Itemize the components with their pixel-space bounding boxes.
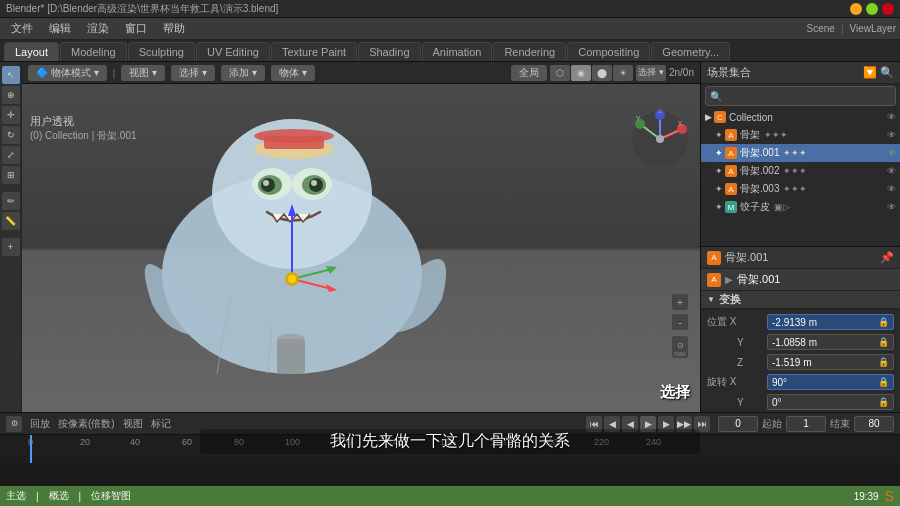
- start-frame-input[interactable]: 1: [786, 416, 826, 432]
- shading-solid[interactable]: ◉: [571, 65, 591, 81]
- outliner-item-armature-002[interactable]: ✦ A 骨架.002 ✦✦✦ 👁: [701, 162, 900, 180]
- tl-label-markers[interactable]: 标记: [151, 417, 171, 431]
- eye-icon-armature[interactable]: 👁: [887, 130, 896, 140]
- shading-wireframe[interactable]: ⬡: [550, 65, 570, 81]
- viewport-mode-btn[interactable]: 🔷 物体模式 ▾: [28, 65, 107, 81]
- tab-layout[interactable]: Layout: [4, 42, 59, 61]
- position-z-value[interactable]: -1.519 m 🔒: [767, 354, 894, 370]
- tl-label-view[interactable]: 视图: [123, 417, 143, 431]
- viewport[interactable]: 🔷 物体模式 ▾ | 视图 ▾ 选择 ▾ 添加 ▾ 物体 ▾ 全局 ⬡ ◉ ⬤ …: [22, 62, 700, 412]
- tab-compositing[interactable]: Compositing: [567, 42, 650, 61]
- position-y-value[interactable]: -1.0858 m 🔒: [767, 334, 894, 350]
- select-menu-btn[interactable]: 选择 ▾: [171, 65, 215, 81]
- position-x-value[interactable]: -2.9139 m 🔒: [767, 314, 894, 330]
- tool-move[interactable]: ✛: [2, 106, 20, 124]
- tool-annotate[interactable]: ✏: [2, 192, 20, 210]
- pin-icon[interactable]: 📌: [880, 251, 894, 264]
- outliner-item-armature-003[interactable]: ✦ A 骨架.003 ✦✦✦ 👁: [701, 180, 900, 198]
- armature-icon-2: A: [725, 147, 737, 159]
- rotation-x-value[interactable]: 90° 🔒: [767, 374, 894, 390]
- menu-render[interactable]: 渲染: [80, 19, 116, 38]
- search-placeholder: 🔍: [710, 91, 722, 102]
- add-menu-btn[interactable]: 添加 ▾: [221, 65, 265, 81]
- bone-icon-1: ✦✦✦: [764, 130, 788, 140]
- tool-rotate[interactable]: ↻: [2, 126, 20, 144]
- outliner-item-armature[interactable]: ✦ A 骨架 ✦✦✦ 👁: [701, 126, 900, 144]
- subtitle-overlay: 我们先来做一下这几个骨骼的关系: [200, 429, 700, 454]
- tl-controls-btn[interactable]: ⚙: [6, 416, 22, 432]
- tl-marker-20: 20: [80, 437, 90, 447]
- svg-point-5: [254, 129, 334, 143]
- menu-window[interactable]: 窗口: [118, 19, 154, 38]
- zoom-controls: + - ⊙ nav: [670, 292, 690, 362]
- nav-gizmo[interactable]: X Y Z: [630, 109, 690, 169]
- tool-cursor[interactable]: ⊕: [2, 86, 20, 104]
- status-bar: 主选 | 概选 | 位移智图 19:39 S: [0, 486, 900, 506]
- outliner-item-mesh[interactable]: ✦ M 饺子皮 ▣▷ 👁: [701, 198, 900, 216]
- tool-transform[interactable]: ⊞: [2, 166, 20, 184]
- menu-edit[interactable]: 编辑: [42, 19, 78, 38]
- svg-point-12: [263, 180, 269, 186]
- view-menu-btn[interactable]: 视图 ▾: [121, 65, 165, 81]
- outliner-item-label-armature-003: 骨架.003: [740, 182, 779, 196]
- view-type-label: 用户透视: [30, 114, 137, 129]
- outliner-item-label-armature: 骨架: [740, 128, 760, 142]
- current-frame-input[interactable]: 0: [718, 416, 758, 432]
- eye-icon-armature-001[interactable]: 👁: [887, 148, 896, 158]
- tab-modeling[interactable]: Modeling: [60, 42, 127, 61]
- shading-material[interactable]: ⬤: [592, 65, 612, 81]
- outliner-item-collection[interactable]: ▶ C Collection 👁: [701, 108, 900, 126]
- tab-sculpting[interactable]: Sculpting: [128, 42, 195, 61]
- rot-x-text: 90°: [772, 377, 787, 388]
- close-button[interactable]: [882, 3, 894, 15]
- tab-texture-paint[interactable]: Texture Paint: [271, 42, 357, 61]
- eye-icon-armature-003[interactable]: 👁: [887, 184, 896, 194]
- pos-x-lock: 🔒: [878, 317, 889, 327]
- menu-file[interactable]: 文件: [4, 19, 40, 38]
- tab-rendering[interactable]: Rendering: [493, 42, 566, 61]
- tab-shading[interactable]: Shading: [358, 42, 420, 61]
- end-frame-input[interactable]: 80: [854, 416, 894, 432]
- rotation-row-x: 旋转 X 90° 🔒: [707, 373, 894, 391]
- pos-y-lock: 🔒: [878, 337, 889, 347]
- eye-icon-armature-002[interactable]: 👁: [887, 166, 896, 176]
- orientation-gizmo: X Y Z: [630, 109, 690, 169]
- tl-marker-40: 40: [130, 437, 140, 447]
- bone-icon-4: ✦✦✦: [783, 184, 807, 194]
- tab-uv-editing[interactable]: UV Editing: [196, 42, 270, 61]
- position-label: 位置 X: [707, 315, 767, 329]
- shading-rendered[interactable]: ☀: [613, 65, 633, 81]
- position-row-x: 位置 X -2.9139 m 🔒: [707, 313, 894, 331]
- eye-icon-collection[interactable]: 👁: [887, 112, 896, 122]
- outliner-search[interactable]: 🔍: [705, 86, 896, 106]
- tl-label-playback[interactable]: 回放: [30, 417, 50, 431]
- overlay-btn[interactable]: 全局: [511, 65, 547, 81]
- status-item-3: 位移智图: [91, 489, 131, 503]
- tool-measure[interactable]: 📏: [2, 212, 20, 230]
- tab-geometry[interactable]: Geometry...: [651, 42, 730, 61]
- pos-x-text: -2.9139 m: [772, 317, 817, 328]
- svg-point-15: [277, 334, 305, 344]
- obj-name-label: ▶: [725, 274, 733, 285]
- tl-label-fps[interactable]: 按像素(倍数): [58, 417, 115, 431]
- rotation-y-value[interactable]: 0° 🔒: [767, 394, 894, 410]
- tool-add[interactable]: +: [2, 238, 20, 256]
- eye-icon-mesh[interactable]: 👁: [887, 202, 896, 212]
- rotation-label: 旋转 X: [707, 375, 767, 389]
- viewport-extras[interactable]: 选择 ▾: [636, 65, 666, 81]
- outliner-search-icon[interactable]: 🔍: [880, 66, 894, 79]
- tool-select[interactable]: ↖: [2, 66, 20, 84]
- tab-animation[interactable]: Animation: [422, 42, 493, 61]
- outliner-filter-icon[interactable]: 🔽: [863, 66, 877, 79]
- transform-section-header[interactable]: ▼ 变换: [701, 291, 900, 309]
- menu-help[interactable]: 帮助: [156, 19, 192, 38]
- collection-label: (0) Collection | 骨架.001: [30, 129, 137, 143]
- minimize-button[interactable]: [850, 3, 862, 15]
- zoom-icon: + - ⊙ nav: [670, 292, 690, 362]
- position-z-label: Z: [707, 357, 767, 368]
- tool-scale[interactable]: ⤢: [2, 146, 20, 164]
- maximize-button[interactable]: [866, 3, 878, 15]
- svg-text:-: -: [678, 316, 682, 328]
- object-menu-btn[interactable]: 物体 ▾: [271, 65, 315, 81]
- outliner-item-armature-001[interactable]: ✦ A 骨架.001 ✦✦✦ 👁: [701, 144, 900, 162]
